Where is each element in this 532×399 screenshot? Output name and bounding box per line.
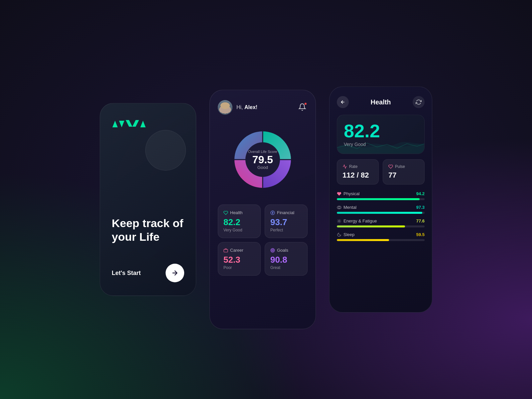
career-label: Career — [230, 248, 243, 253]
progress-physical: Physical 94.2 — [337, 191, 425, 200]
phone-health-detail: Health 82.2 Very Good Rate 1 — [329, 86, 432, 313]
mental-value: 97.3 — [416, 205, 425, 210]
sleep-header: Sleep 59.5 — [337, 232, 425, 237]
sleep-label-row: Sleep — [337, 232, 354, 237]
health-rating: Very Good — [223, 228, 255, 232]
greeting-name: Alex! — [244, 104, 257, 110]
life-score-chart: Overall Life Score 79.5 Good — [218, 121, 308, 198]
start-button[interactable] — [166, 264, 184, 282]
ava-logo-svg — [112, 117, 152, 130]
mental-label-row: Mental — [337, 205, 356, 210]
avatar — [218, 100, 232, 115]
back-icon — [340, 99, 345, 105]
greeting-prefix: Hi, — [236, 104, 244, 110]
svg-marker-4 — [140, 121, 146, 127]
sleep-bar-fill — [337, 239, 389, 241]
mental-bar-fill — [337, 212, 422, 214]
financial-rating: Perfect — [270, 228, 302, 232]
stat-card-career-header: Career — [223, 248, 255, 253]
stat-card-goals-header: Goals — [270, 248, 302, 253]
heart-rate-icon — [342, 164, 347, 169]
lets-start-label: Let's Start — [112, 270, 141, 277]
svg-point-17 — [338, 220, 340, 222]
financial-icon — [270, 210, 275, 215]
vital-card-rate: Rate 112 / 82 — [337, 159, 379, 185]
health-value: 82.2 — [223, 218, 255, 226]
notification-button[interactable] — [297, 102, 308, 113]
mental-icon — [337, 205, 341, 210]
progress-mental: Mental 97.3 — [337, 205, 425, 214]
stat-card-goals[interactable]: Goals 90.8 Great — [265, 242, 308, 276]
svg-marker-2 — [126, 120, 132, 127]
health-page-title: Health — [370, 98, 391, 106]
sleep-value: 59.5 — [416, 232, 425, 237]
svg-point-14 — [272, 250, 273, 250]
energy-header: Energy & Fatigue 77.6 — [337, 218, 425, 223]
career-value: 52.3 — [223, 255, 255, 264]
energy-value: 77.6 — [416, 218, 425, 223]
svg-marker-0 — [112, 121, 118, 127]
vital-pulse-label-row: Pulse — [388, 164, 419, 169]
physical-value: 94.2 — [416, 191, 425, 196]
dashboard-header: Hi, Alex! — [218, 100, 308, 115]
mental-bar-bg — [337, 212, 425, 214]
chart-score: 79.5 — [248, 154, 277, 165]
progress-section: Physical 94.2 Mental 97.3 — [337, 191, 425, 241]
energy-bar-fill — [337, 225, 405, 227]
pulse-label: Pulse — [395, 164, 405, 169]
stat-card-financial-header: Financial — [270, 210, 302, 215]
vital-card-pulse: Pulse 77 — [383, 159, 425, 185]
health-detail-header: Health — [337, 96, 425, 108]
svg-marker-1 — [119, 121, 124, 127]
career-icon — [223, 248, 228, 253]
pie-chart: Overall Life Score 79.5 Good — [229, 126, 296, 193]
energy-label-row: Energy & Fatigue — [337, 218, 377, 223]
svg-marker-3 — [132, 120, 139, 127]
rate-label: Rate — [349, 164, 357, 169]
refresh-button[interactable] — [413, 96, 425, 108]
refresh-icon — [416, 99, 422, 105]
svg-point-13 — [272, 249, 274, 251]
notification-dot — [304, 102, 307, 105]
health-label: Health — [230, 210, 243, 215]
energy-bar-bg — [337, 225, 425, 227]
sleep-bar-bg — [337, 239, 425, 241]
stats-grid: Health 82.2 Very Good Financial 93.7 Per… — [218, 204, 308, 276]
goals-label: Goals — [277, 248, 288, 253]
goals-rating: Great — [270, 265, 302, 270]
mental-header: Mental 97.3 — [337, 205, 425, 210]
phone-dashboard: Hi, Alex! — [209, 90, 316, 329]
back-button[interactable] — [337, 96, 349, 108]
stat-card-financial[interactable]: Financial 93.7 Perfect — [265, 204, 308, 238]
goals-icon — [270, 248, 275, 253]
pulse-value: 77 — [388, 171, 419, 180]
physical-bar-bg — [337, 198, 425, 200]
chart-center: Overall Life Score 79.5 Good — [248, 150, 277, 170]
landing-footer: Let's Start — [112, 264, 184, 282]
user-greeting: Hi, Alex! — [218, 100, 257, 115]
sleep-label: Sleep — [343, 232, 354, 237]
stat-card-career[interactable]: Career 52.3 Poor — [218, 242, 261, 276]
progress-sleep: Sleep 59.5 — [337, 232, 425, 241]
score-wave-svg — [337, 134, 425, 154]
financial-value: 93.7 — [270, 218, 302, 226]
stat-card-health[interactable]: Health 82.2 Very Good — [218, 204, 261, 238]
chart-rating: Good — [248, 165, 277, 170]
stat-card-health-header: Health — [223, 210, 255, 215]
physical-header: Physical 94.2 — [337, 191, 425, 196]
landing-tagline: Keep track of your Life — [112, 216, 184, 244]
phone-landing: Keep track of your Life Let's Start — [100, 103, 196, 296]
career-rating: Poor — [223, 265, 255, 270]
sleep-icon — [337, 232, 341, 237]
health-heart-icon — [223, 210, 228, 215]
energy-label: Energy & Fatigue — [343, 218, 377, 223]
physical-bar-fill — [337, 198, 420, 200]
progress-energy: Energy & Fatigue 77.6 — [337, 218, 425, 227]
svg-rect-11 — [224, 249, 228, 252]
vital-rate-label-row: Rate — [342, 164, 373, 169]
financial-label: Financial — [277, 210, 294, 215]
pulse-icon — [388, 164, 393, 169]
vitals-row: Rate 112 / 82 Pulse 77 — [337, 159, 425, 185]
greeting-text: Hi, Alex! — [236, 104, 257, 110]
physical-label-row: Physical — [337, 191, 359, 196]
